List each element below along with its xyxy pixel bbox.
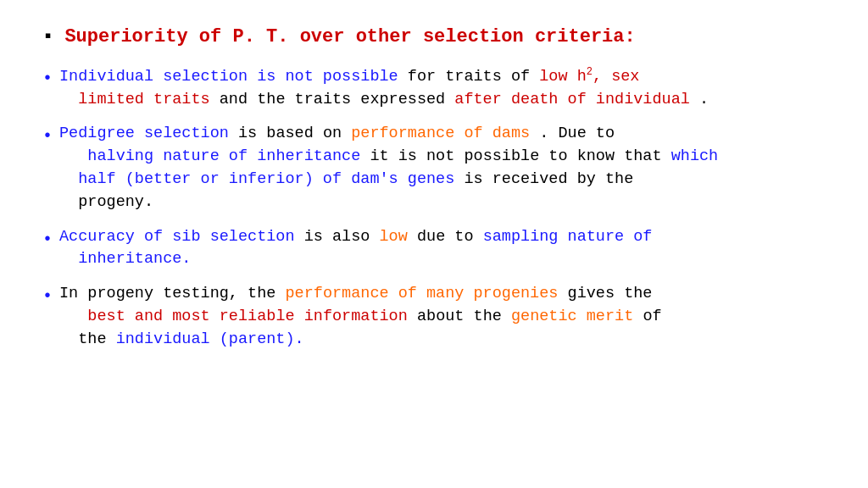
- bullet-item-1: • Individual selection is not possible f…: [42, 65, 826, 112]
- text-for-traits: for traits of: [408, 68, 539, 86]
- bullet-text-1: Individual selection is not possible for…: [59, 65, 826, 112]
- text-in-progeny: In progeny testing, the: [59, 285, 285, 302]
- bullet-item-3: • Accuracy of sib selection is also low …: [42, 226, 826, 272]
- bullet-text-4: In progeny testing, the performance of m…: [59, 283, 826, 351]
- text-period-1: .: [699, 91, 709, 108]
- heading-bullet-symbol: ▪: [42, 26, 53, 47]
- text-performance-of-dams: performance of dams: [351, 125, 530, 142]
- text-due-to-sampling: due to: [417, 228, 483, 246]
- bullet-dot-3: •: [42, 227, 53, 252]
- text-performance-many: performance of many progenies: [285, 285, 558, 302]
- text-is-based-on: is based on: [238, 125, 351, 142]
- text-about-the: about the: [417, 308, 511, 325]
- bullet-dot-1: •: [42, 66, 53, 91]
- text-after-death: after death of individual: [454, 91, 690, 108]
- text-individual-parent: individual (parent).: [116, 330, 304, 348]
- text-halving-nature: halving nature of inheritance: [87, 147, 360, 165]
- text-low: low: [380, 228, 408, 246]
- bullet-item-2: • Pedigree selection is based on perform…: [42, 123, 826, 214]
- bullet-text-2: Pedigree selection is based on performan…: [59, 123, 826, 214]
- heading-text: Superiority of P. T. over other selectio…: [64, 26, 635, 47]
- bullet-dot-2: •: [42, 124, 53, 148]
- slide: ▪ Superiority of P. T. over other select…: [0, 0, 868, 488]
- text-best-most-reliable: best and most reliable information: [87, 308, 407, 325]
- bullet-dot-4: •: [42, 284, 53, 308]
- bullet-item-4: • In progeny testing, the performance of…: [42, 283, 826, 351]
- text-and-the-traits: and the traits expressed: [220, 91, 455, 108]
- text-individual-selection: Individual selection is not possible: [59, 68, 398, 86]
- text-accuracy-sib: Accuracy of sib selection: [59, 228, 295, 246]
- bullet-text-3: Accuracy of sib selection is also low du…: [59, 226, 826, 272]
- slide-heading: ▪ Superiority of P. T. over other select…: [42, 25, 826, 50]
- text-is-also: is also: [304, 228, 380, 246]
- text-pedigree-selection: Pedigree selection: [59, 125, 229, 142]
- text-genetic-merit: genetic merit: [511, 308, 633, 325]
- text-it-is-not: it is not possible to know that: [370, 147, 670, 165]
